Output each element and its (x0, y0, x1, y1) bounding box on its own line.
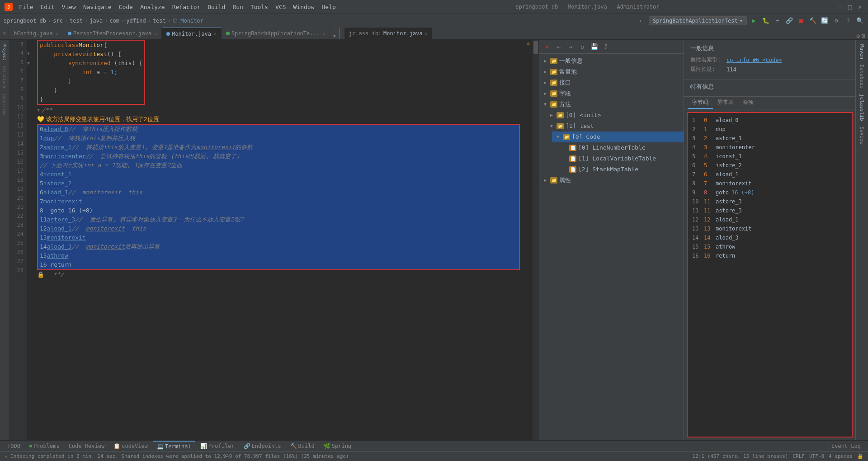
editor-settings-button[interactable]: ⚙ (856, 33, 860, 39)
menu-code[interactable]: Code (116, 3, 136, 11)
tree-toggle-fields[interactable]: ▶ (542, 88, 548, 99)
run-button[interactable]: ▶ (750, 16, 759, 25)
bottom-tab-endpoints[interactable]: 🔗 Endpoints (240, 441, 285, 451)
sidebar-saview-icon[interactable]: SaView (858, 124, 866, 147)
breadcrumb-src[interactable]: src (53, 18, 63, 24)
status-indent[interactable]: 4 spaces (829, 453, 853, 459)
menu-bar[interactable]: File Edit View Navigate Code Analyze Ref… (16, 3, 339, 11)
breadcrumb[interactable]: springboot-db › src › test › java › com … (4, 18, 203, 24)
run-config-selector[interactable]: SpringBatchApplicationTest ▾ (649, 16, 747, 25)
bc-tab-bytecode[interactable]: 字节码 (688, 97, 713, 109)
bc-tab-misc[interactable]: 杂项 (738, 97, 758, 109)
jcl-close-button[interactable]: ✕ (542, 42, 552, 52)
jcl-back-button[interactable]: ← (554, 42, 564, 52)
menu-refactor[interactable]: Refactor (170, 3, 203, 11)
sidebar-project-icon[interactable]: Project (1, 42, 8, 62)
status-crlf[interactable]: CRLF (793, 453, 805, 459)
breadcrumb-test2[interactable]: test (153, 18, 166, 24)
bottom-tab-codereview[interactable]: Code Review (65, 441, 108, 451)
tree-toggle-general[interactable]: ▶ (542, 56, 548, 66)
fold-arrow-4[interactable]: ▼ (27, 51, 30, 56)
tree-item-linenumbertable[interactable]: 📄 [0] LineNumberTable (558, 142, 684, 153)
maximize-button[interactable]: □ (846, 3, 854, 10)
tree-toggle-attributes[interactable]: ▶ (542, 175, 548, 186)
bottom-tab-problems[interactable]: Problems (26, 441, 63, 451)
tree-item-attributes[interactable]: ▶ 📁 属性 (539, 175, 684, 186)
jcl-save-button[interactable]: 💾 (589, 42, 599, 52)
props-val-attrname[interactable]: cp info #6 <Code> (726, 57, 782, 63)
breadcrumb-ydfind[interactable]: ydfind (126, 18, 146, 24)
scrollbar-thumb[interactable] (533, 41, 538, 54)
tree-toggle-constpool[interactable]: ▶ (542, 66, 548, 77)
tree-item-fields[interactable]: ▶ 📁 字段 (539, 88, 684, 99)
tab-bconfig[interactable]: bConfig.java × (9, 28, 63, 39)
tree-item-code[interactable]: ▼ 📁 [0] Code (552, 132, 684, 142)
tree-toggle-methods[interactable]: ▼ (542, 99, 548, 110)
tab-personitemprocessor[interactable]: PersonItemProcessor.java × (63, 28, 162, 39)
menu-window[interactable]: Window (291, 3, 317, 11)
tree-item-interface[interactable]: ▶ 📁 接口 (539, 77, 684, 88)
menu-view[interactable]: View (59, 3, 79, 11)
fold-arrow-10[interactable]: ▼ (37, 106, 40, 115)
bottom-tab-spring[interactable]: 🌿 Spring (320, 441, 355, 451)
event-log-tab[interactable]: Event Log (828, 441, 864, 451)
sidebar-jclasslib-icon[interactable]: jclasslib (858, 91, 866, 124)
jcl-forward-button[interactable]: → (566, 42, 576, 52)
tree-item-test[interactable]: ▼ 📁 [1] test (546, 121, 684, 132)
jcl-refresh-button[interactable]: ↻ (577, 42, 587, 52)
breadcrumb-project[interactable]: springboot-db (4, 18, 46, 24)
sidebar-favorites-icon[interactable]: Favorites (1, 92, 8, 118)
tree-toggle-test[interactable]: ▼ (548, 121, 555, 132)
stop-button[interactable]: ■ (797, 16, 806, 25)
sidebar-structure-icon[interactable]: Structure (1, 64, 8, 90)
bottom-tab-codeview[interactable]: 📋 codeView (110, 441, 151, 451)
menu-file[interactable]: File (16, 3, 36, 11)
fold-arrow-5[interactable]: ▼ (27, 61, 30, 66)
sidebar-maven-icon[interactable]: Maven (858, 42, 866, 62)
tree-toggle-init[interactable]: ▶ (548, 110, 555, 121)
window-controls[interactable]: ─ □ ✕ (836, 3, 863, 10)
menu-vcs[interactable]: VCS (273, 3, 288, 11)
menu-build[interactable]: Build (205, 3, 228, 11)
close-button[interactable]: ✕ (856, 3, 863, 10)
tree-item-general[interactable]: ▶ 📁 一般信息 (539, 56, 684, 66)
jclasslib-tab-close[interactable]: × (425, 31, 427, 36)
nav-back-button[interactable]: ← (637, 16, 646, 25)
status-position[interactable]: 12:1 (457 chars, 15 line breaks) (692, 453, 788, 459)
breadcrumb-test[interactable]: test (70, 18, 83, 24)
menu-navigate[interactable]: Navigate (80, 3, 114, 11)
menu-edit[interactable]: Edit (38, 3, 57, 11)
tree-item-stackmaptable[interactable]: 📄 [2] StackMapTable (558, 164, 684, 175)
bc-tab-exceptions[interactable]: 异常表 (713, 97, 738, 109)
sync-button[interactable]: 🔄 (820, 16, 829, 25)
scrollbar[interactable] (533, 40, 539, 440)
tree-item-constpool[interactable]: ▶ 📁 常量池 (539, 66, 684, 77)
tab-springbatch[interactable]: SpringBatchApplicationTe... × (222, 28, 330, 39)
attach-button[interactable]: 🔗 (785, 16, 794, 25)
sidebar-database-icon[interactable]: Database (858, 62, 866, 91)
breadcrumb-com[interactable]: com (109, 18, 119, 24)
tree-toggle-code[interactable]: ▼ (555, 132, 561, 142)
bottom-tab-terminal[interactable]: 💻 Terminal (153, 441, 195, 451)
debug-button[interactable]: 🐛 (761, 16, 770, 25)
status-encoding[interactable]: UTF-8 (809, 453, 824, 459)
menu-help[interactable]: Help (319, 3, 339, 11)
breadcrumb-java[interactable]: java (90, 18, 103, 24)
tab-monitor-close[interactable]: × (214, 31, 217, 36)
tab-bconfig-close[interactable]: × (56, 31, 58, 36)
tree-toggle-interface[interactable]: ▶ (542, 77, 548, 88)
tree-item-methods[interactable]: ▼ 📁 方法 (539, 99, 684, 110)
bottom-tab-build[interactable]: 🔨 Build (287, 441, 318, 451)
tree-item-init[interactable]: ▶ 📁 [0] <init> (546, 110, 684, 121)
minimize-button[interactable]: ─ (836, 3, 844, 10)
build-button[interactable]: 🔨 (808, 16, 817, 25)
run-config-dropdown-icon[interactable]: ▾ (740, 18, 743, 24)
bottom-tab-todo[interactable]: TODO (4, 441, 24, 451)
tab-overflow[interactable]: ▾ (330, 33, 339, 39)
bottom-tab-profiler[interactable]: 📊 Profiler (197, 441, 238, 451)
menu-analyze[interactable]: Analyze (137, 3, 168, 11)
coverage-button[interactable]: ☂ (773, 16, 782, 25)
tree-item-localvariabletable[interactable]: 📄 [1] LocalVariableTable (558, 153, 684, 164)
tab-monitor[interactable]: Monitor.java × (162, 28, 222, 39)
jcl-help-button[interactable]: ? (601, 42, 611, 52)
